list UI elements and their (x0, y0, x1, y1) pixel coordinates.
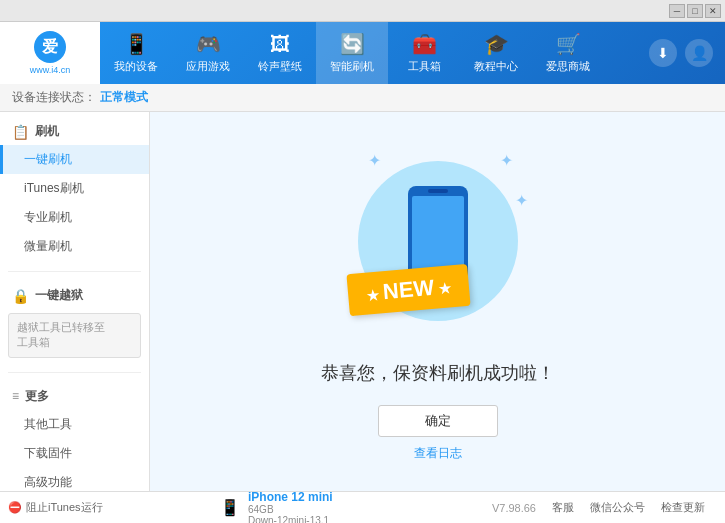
sparkle-1: ✦ (368, 151, 381, 170)
sparkle-3: ✦ (515, 191, 528, 210)
maximize-button[interactable]: □ (687, 4, 703, 18)
wallpaper-icon: 🖼 (270, 33, 290, 56)
content-area: 📋 刷机 一键刷机 iTunes刷机 专业刷机 微量刷机 🔒 一键越狱 (0, 112, 725, 491)
itunes-stop-icon: ⛔ (8, 501, 22, 514)
smart-flash-icon: 🔄 (340, 32, 365, 56)
more-icon: ≡ (12, 389, 19, 403)
logo-url: www.i4.cn (30, 65, 71, 75)
sidebar-divider-2 (8, 372, 141, 373)
device-storage: 64GB (248, 504, 333, 515)
jailbreak-section: 🔒 一键越狱 越狱工具已转移至工具箱 (0, 276, 149, 368)
log-link[interactable]: 查看日志 (414, 445, 462, 462)
pro-flash-label: 专业刷机 (24, 210, 72, 224)
nav-tutorial[interactable]: 🎓 教程中心 (460, 22, 532, 84)
flash-section: 📋 刷机 一键刷机 iTunes刷机 专业刷机 微量刷机 (0, 112, 149, 267)
nav-tutorial-label: 教程中心 (474, 59, 518, 74)
sidebar-item-wipe[interactable]: 微量刷机 (0, 232, 149, 261)
jailbreak-notice: 越狱工具已转移至工具箱 (8, 313, 141, 358)
logo-icon: 爱 (34, 31, 66, 63)
status-bar: 设备连接状态： 正常模式 (0, 84, 725, 112)
wipe-flash-label: 微量刷机 (24, 239, 72, 253)
sparkle-2: ✦ (500, 151, 513, 170)
itunes-flash-label: iTunes刷机 (24, 181, 84, 195)
minimize-button[interactable]: ─ (669, 4, 685, 18)
sidebar: 📋 刷机 一键刷机 iTunes刷机 专业刷机 微量刷机 🔒 一键越狱 (0, 112, 150, 491)
nav-store-label: 爱思商城 (546, 59, 590, 74)
store-icon: 🛒 (556, 32, 581, 56)
header-right: ⬇ 👤 (649, 39, 725, 67)
wechat-link[interactable]: 微信公众号 (590, 500, 645, 515)
nav-apps[interactable]: 🎮 应用游戏 (172, 22, 244, 84)
nav-toolbox[interactable]: 🧰 工具箱 (388, 22, 460, 84)
itunes-notice-text: 阻止iTunes运行 (26, 500, 103, 515)
nav-smart-flash-label: 智能刷机 (330, 59, 374, 74)
flash-section-header: 📋 刷机 (0, 118, 149, 145)
apps-icon: 🎮 (196, 32, 221, 56)
sidebar-item-other-tools[interactable]: 其他工具 (0, 410, 149, 439)
sidebar-divider-1 (8, 271, 141, 272)
logo-area[interactable]: 爱 www.i4.cn (0, 22, 100, 84)
main-panel: ✦ ✦ ✦ NEW 恭喜您，保资料刷机成功啦！ 确定 查看日志 (150, 112, 725, 491)
device-phone-icon: 📱 (220, 498, 240, 517)
success-text: 恭喜您，保资料刷机成功啦！ (321, 361, 555, 385)
status-label: 设备连接状态： (12, 89, 96, 106)
nav-my-device[interactable]: 📱 我的设备 (100, 22, 172, 84)
device-info-area: 📱 iPhone 12 mini 64GB Down-12mini-13,1 (210, 490, 492, 524)
confirm-button[interactable]: 确定 (378, 405, 498, 437)
download-firmware-label: 下载固件 (24, 446, 72, 460)
more-section: ≡ 更多 其他工具 下载固件 高级功能 (0, 377, 149, 491)
one-click-label: 一键刷机 (24, 152, 72, 166)
nav-apps-label: 应用游戏 (186, 59, 230, 74)
nav-smart-flash[interactable]: 🔄 智能刷机 (316, 22, 388, 84)
my-device-icon: 📱 (124, 32, 149, 56)
version-text: V7.98.66 (492, 502, 536, 514)
device-info: iPhone 12 mini 64GB Down-12mini-13,1 (248, 490, 333, 524)
flash-header-label: 刷机 (35, 123, 59, 140)
download-button[interactable]: ⬇ (649, 39, 677, 67)
nav-wallpaper[interactable]: 🖼 铃声壁纸 (244, 22, 316, 84)
more-section-header: ≡ 更多 (0, 383, 149, 410)
status-value: 正常模式 (100, 89, 148, 106)
jailbreak-lock-icon: 🔒 (12, 288, 29, 304)
nav-store[interactable]: 🛒 爱思商城 (532, 22, 604, 84)
sidebar-item-itunes[interactable]: iTunes刷机 (0, 174, 149, 203)
title-bar: ─ □ ✕ (0, 0, 725, 22)
customer-service-link[interactable]: 客服 (552, 500, 574, 515)
svg-rect-3 (428, 189, 448, 193)
nav-items: 📱 我的设备 🎮 应用游戏 🖼 铃声壁纸 🔄 智能刷机 🧰 工具箱 🎓 教程中心… (100, 22, 649, 84)
toolbox-icon: 🧰 (412, 32, 437, 56)
device-model: Down-12mini-13,1 (248, 515, 333, 524)
itunes-notice: ⛔ 阻止iTunes运行 (0, 491, 150, 523)
nav-toolbox-label: 工具箱 (408, 59, 441, 74)
jailbreak-header-label: 一键越狱 (35, 287, 83, 304)
header: 爱 www.i4.cn 📱 我的设备 🎮 应用游戏 🖼 铃声壁纸 🔄 智能刷机 … (0, 22, 725, 84)
other-tools-label: 其他工具 (24, 417, 72, 431)
nav-my-device-label: 我的设备 (114, 59, 158, 74)
sidebar-item-pro[interactable]: 专业刷机 (0, 203, 149, 232)
sidebar-item-download-firmware[interactable]: 下载固件 (0, 439, 149, 468)
sidebar-item-one-click[interactable]: 一键刷机 (0, 145, 149, 174)
nav-wallpaper-label: 铃声壁纸 (258, 59, 302, 74)
close-button[interactable]: ✕ (705, 4, 721, 18)
bottom-right: V7.98.66 客服 微信公众号 检查更新 (492, 500, 705, 515)
advanced-label: 高级功能 (24, 475, 72, 489)
jailbreak-header: 🔒 一键越狱 (0, 282, 149, 309)
more-header-label: 更多 (25, 388, 49, 405)
check-update-link[interactable]: 检查更新 (661, 500, 705, 515)
itunes-notice-area (705, 492, 715, 524)
tutorial-icon: 🎓 (484, 32, 509, 56)
success-illustration: ✦ ✦ ✦ NEW (338, 141, 538, 341)
user-button[interactable]: 👤 (685, 39, 713, 67)
device-name: iPhone 12 mini (248, 490, 333, 504)
sidebar-item-advanced[interactable]: 高级功能 (0, 468, 149, 491)
flash-header-icon: 📋 (12, 124, 29, 140)
